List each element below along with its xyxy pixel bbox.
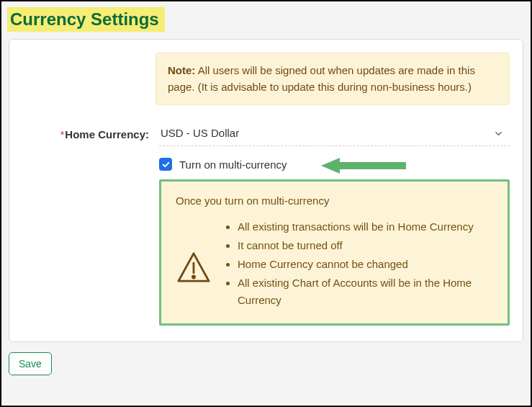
note-text: All users will be signed out when update… bbox=[168, 64, 475, 93]
chevron-down-icon bbox=[493, 128, 504, 142]
note-label: Note: bbox=[168, 64, 195, 76]
warning-item: All existing transactions will be in Hom… bbox=[238, 218, 493, 236]
warning-item: Home Currency cannot be changed bbox=[238, 256, 493, 273]
multi-currency-label: Turn on multi-currency bbox=[179, 158, 287, 171]
save-button[interactable]: Save bbox=[9, 352, 52, 375]
annotation-arrow-icon bbox=[321, 156, 407, 178]
home-currency-value: USD - US Dollar bbox=[161, 127, 239, 139]
multi-currency-warning-panel: Once you turn on multi-currency All exis… bbox=[159, 179, 510, 326]
warning-list: All existing transactions will be in Hom… bbox=[219, 218, 493, 310]
home-currency-label-col: *Home Currency: bbox=[22, 128, 159, 140]
multi-currency-checkbox[interactable] bbox=[159, 158, 172, 171]
svg-marker-0 bbox=[321, 158, 406, 174]
note-box: Note: All users will be signed out when … bbox=[155, 53, 510, 105]
warning-triangle-icon bbox=[176, 218, 219, 310]
settings-card: Note: All users will be signed out when … bbox=[9, 39, 523, 342]
svg-point-2 bbox=[192, 276, 194, 278]
warning-item: All existing Chart of Accounts will be i… bbox=[238, 274, 493, 309]
home-currency-select[interactable]: USD - US Dollar bbox=[159, 122, 510, 146]
warning-heading: Once you turn on multi-currency bbox=[176, 194, 493, 207]
home-currency-row: *Home Currency: USD - US Dollar bbox=[22, 122, 510, 146]
page-title: Currency Settings bbox=[7, 7, 165, 32]
warning-item: It cannot be turned off bbox=[238, 237, 493, 254]
required-asterisk: * bbox=[60, 128, 64, 140]
home-currency-label: Home Currency: bbox=[65, 128, 149, 140]
multi-currency-row: Turn on multi-currency bbox=[159, 158, 510, 171]
